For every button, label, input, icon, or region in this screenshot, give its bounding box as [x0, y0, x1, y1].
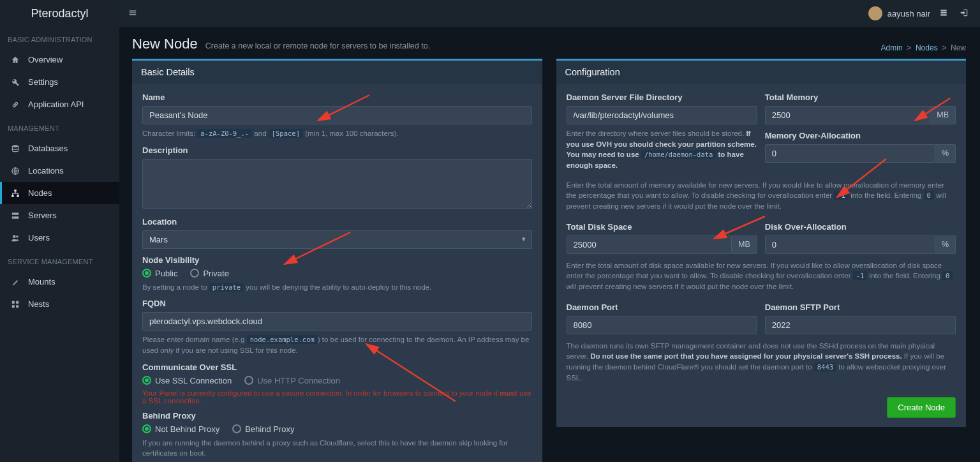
user-menu[interactable]: aayush nair [868, 6, 930, 20]
sftp-port-input[interactable] [765, 316, 956, 334]
daemon-port-label: Daemon Port [567, 302, 757, 312]
menu-toggle-icon[interactable] [128, 8, 137, 19]
disk-unit: MB [732, 235, 757, 254]
fqdn-input[interactable] [142, 312, 532, 331]
globe-icon [10, 166, 20, 176]
sidebar-item-users[interactable]: Users [0, 227, 119, 249]
sign-out-icon[interactable] [957, 6, 971, 22]
diskover-unit: % [935, 235, 956, 254]
sidebar-item-locations[interactable]: Locations [0, 160, 119, 182]
disk-help: Enter the total amount of disk space ava… [567, 260, 956, 292]
svg-point-0 [12, 145, 18, 147]
topbar: aayush nair [119, 0, 980, 27]
visibility-private-radio[interactable]: Private [190, 269, 228, 278]
sidebar-section-label: BASIC ADMINISTRATION [0, 27, 119, 48]
name-input[interactable] [142, 106, 532, 124]
port-help: The daemon runs its own SFTP management … [567, 341, 956, 384]
radio-icon [142, 376, 151, 385]
disk-input[interactable] [567, 235, 732, 254]
directory-help: Enter the directory where server files s… [567, 128, 757, 171]
create-node-button[interactable]: Create Node [887, 397, 956, 418]
svg-point-10 [16, 235, 19, 237]
svg-rect-16 [940, 11, 946, 13]
diskover-label: Disk Over-Allocation [765, 222, 956, 232]
svg-point-9 [13, 235, 16, 238]
location-select[interactable]: Mars [142, 230, 532, 249]
daemon-port-input[interactable] [567, 316, 757, 334]
panel-config-title: Configuration [556, 61, 967, 84]
panel-configuration: Configuration Daemon Server File Directo… [556, 59, 967, 427]
breadcrumb-nodes[interactable]: Nodes [916, 43, 938, 52]
svg-rect-12 [16, 301, 19, 303]
ssl-label: Communicate Over SSL [142, 362, 532, 372]
svg-point-8 [13, 217, 14, 218]
wrench-icon [10, 77, 20, 87]
link-icon [10, 100, 20, 110]
breadcrumb: Admin > Nodes > New [881, 43, 966, 52]
sidebar-item-mounts[interactable]: Mounts [0, 271, 119, 293]
memory-label: Total Memory [765, 93, 956, 102]
visibility-public-radio[interactable]: Public [142, 269, 177, 278]
memover-label: Memory Over-Allocation [765, 131, 956, 140]
svg-rect-2 [14, 190, 17, 191]
sidebar-item-label: Overview [28, 55, 63, 64]
user-name: aayush nair [887, 9, 930, 19]
svg-rect-17 [940, 14, 946, 15]
proxy-no-radio[interactable]: Not Behind Proxy [142, 424, 219, 434]
brand-logo: Pterodactyl [0, 0, 119, 27]
visibility-label: Node Visibility [142, 255, 532, 265]
svg-rect-14 [16, 305, 19, 308]
svg-rect-3 [11, 195, 14, 197]
svg-rect-11 [12, 301, 15, 303]
sidebar: Pterodactyl BASIC ADMINISTRATIONOverview… [0, 0, 119, 462]
magic-icon [10, 277, 20, 287]
sidebar-item-label: Application API [28, 100, 84, 109]
sidebar-item-nests[interactable]: Nests [0, 293, 119, 315]
name-help: Character limits: a-zA-Z0-9_.- and [Spac… [142, 128, 532, 139]
breadcrumb-admin[interactable]: Admin [881, 43, 903, 52]
sidebar-item-servers[interactable]: Servers [0, 204, 119, 227]
panel-basic-title: Basic Details [132, 61, 542, 84]
sidebar-item-nodes[interactable]: Nodes [0, 182, 119, 204]
disk-label: Total Disk Space [567, 222, 757, 232]
breadcrumb-current: New [951, 43, 966, 52]
sitemap-icon [10, 188, 20, 198]
sidebar-item-label: Nests [28, 299, 49, 309]
exit-admin-icon[interactable] [937, 6, 951, 22]
radio-icon [244, 376, 253, 385]
sidebar-item-settings[interactable]: Settings [0, 71, 119, 93]
sidebar-section-label: MANAGEMENT [0, 116, 119, 137]
sidebar-item-appapi[interactable]: Application API [0, 93, 119, 116]
memory-input[interactable] [765, 106, 931, 124]
avatar-icon [868, 6, 882, 20]
proxy-help: If you are running the daemon behind a p… [142, 438, 532, 459]
sidebar-item-label: Mounts [28, 277, 56, 287]
directory-input[interactable] [567, 106, 757, 124]
sidebar-item-label: Users [28, 233, 50, 242]
radio-icon [190, 269, 199, 278]
directory-label: Daemon Server File Directory [567, 93, 757, 102]
sidebar-item-overview[interactable]: Overview [0, 48, 119, 71]
sidebar-item-label: Nodes [28, 188, 52, 198]
radio-icon [232, 424, 241, 433]
description-textarea[interactable] [142, 159, 532, 209]
memory-help: Enter the total amount of memory availab… [567, 180, 956, 212]
memover-unit: % [935, 144, 956, 163]
panel-basic-details: Basic Details Name Character limits: a-z… [132, 59, 542, 462]
svg-rect-15 [940, 10, 946, 11]
th-icon [10, 299, 20, 309]
memory-unit: MB [930, 106, 956, 124]
users-icon [10, 233, 20, 243]
diskover-input[interactable] [765, 235, 935, 254]
memover-input[interactable] [765, 144, 935, 163]
svg-rect-6 [12, 216, 19, 219]
sidebar-section-label: SERVICE MANAGEMENT [0, 249, 119, 271]
proxy-label: Behind Proxy [142, 411, 532, 421]
sidebar-item-label: Servers [28, 211, 57, 220]
proxy-yes-radio[interactable]: Behind Proxy [232, 424, 294, 434]
svg-point-7 [13, 213, 14, 214]
ssl-use-radio[interactable]: Use SSL Connection [142, 376, 232, 385]
sidebar-item-label: Settings [28, 77, 58, 87]
sidebar-item-databases[interactable]: Databases [0, 137, 119, 160]
ssl-http-radio[interactable]: Use HTTP Connection [244, 376, 340, 385]
